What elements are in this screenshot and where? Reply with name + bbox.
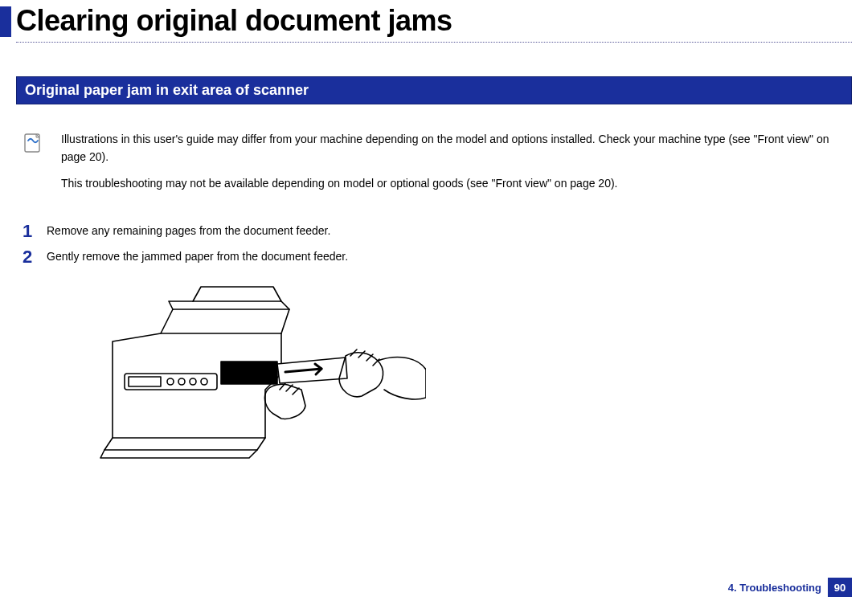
note-text: Illustrations in this user's guide may d…: [61, 130, 852, 200]
title-accent-bar: [0, 6, 11, 37]
footer-page-number: 90: [828, 578, 852, 597]
page-footer: 4. Troubleshooting 90: [728, 578, 852, 597]
title-row: Clearing original document jams: [0, 0, 868, 37]
title-underline: [16, 42, 852, 43]
step-row: 2 Gently remove the jammed paper from th…: [23, 248, 852, 266]
instruction-illustration: [80, 277, 426, 470]
note-block: Illustrations in this user's guide may d…: [23, 130, 852, 200]
page-title: Clearing original document jams: [16, 6, 452, 37]
svg-rect-7: [221, 362, 277, 384]
svg-point-3: [167, 378, 174, 385]
note-item: This troubleshooting may not be availabl…: [61, 174, 852, 192]
step-row: 1 Remove any remaining pages from the do…: [23, 223, 852, 240]
svg-rect-2: [129, 377, 161, 386]
note-item: Illustrations in this user's guide may d…: [61, 130, 852, 166]
step-text: Gently remove the jammed paper from the …: [47, 248, 348, 263]
section-heading: Original paper jam in exit area of scann…: [16, 76, 852, 104]
step-number: 1: [23, 223, 47, 240]
step-text: Remove any remaining pages from the docu…: [47, 223, 330, 237]
svg-rect-1: [125, 374, 217, 390]
svg-point-4: [178, 378, 185, 385]
step-number: 2: [23, 248, 47, 266]
note-icon: [23, 132, 50, 157]
steps-list: 1 Remove any remaining pages from the do…: [23, 223, 852, 266]
svg-point-6: [201, 378, 207, 385]
footer-chapter: 4. Troubleshooting: [728, 582, 821, 594]
svg-point-5: [190, 378, 196, 385]
document-page: Clearing original document jams Original…: [0, 0, 868, 613]
